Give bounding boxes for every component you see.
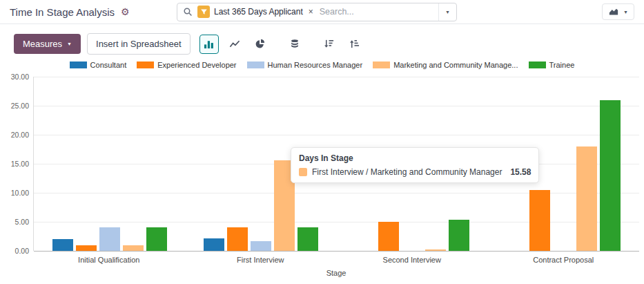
legend-swatch [247, 61, 264, 68]
legend-label: Human Resources Manager [268, 61, 363, 69]
bar-trainee[interactable] [600, 100, 621, 251]
y-axis-tick: 25.00 [11, 102, 29, 110]
sort-ascending-button[interactable] [345, 35, 364, 54]
line-chart-button[interactable] [225, 35, 244, 54]
y-axis-tick: 30.00 [11, 73, 29, 81]
breadcrumb: Time In Stage Analysis ⚙ [10, 6, 177, 18]
x-axis-title: Stage [33, 269, 639, 277]
legend-item-trainee[interactable]: Trainee [529, 61, 575, 69]
pie-chart-icon [255, 39, 265, 49]
caret-down-icon: ▼ [67, 41, 72, 46]
bar-trainee[interactable] [146, 227, 167, 251]
gridline [34, 251, 639, 252]
bar-chart-button[interactable] [199, 35, 219, 54]
line-chart-icon [229, 39, 240, 49]
view-switcher-area: ▼ [457, 3, 634, 20]
caret-down-icon: ▼ [623, 10, 628, 15]
bar-experienced-developer[interactable] [378, 222, 399, 251]
graph-view-switcher-button[interactable]: ▼ [602, 3, 634, 20]
bar-human-resources-manager[interactable] [99, 227, 120, 251]
legend-item-consultant[interactable]: Consultant [70, 61, 127, 69]
x-axis-label-contract-proposal: Contract Proposal [488, 256, 640, 264]
legend-label: Experienced Developer [157, 61, 236, 69]
bar-trainee[interactable] [449, 220, 469, 251]
legend-label: Trainee [549, 61, 575, 69]
search-bar[interactable]: Last 365 Days Applicant × ▼ [177, 3, 457, 21]
bar-experienced-developer[interactable] [76, 245, 97, 251]
gear-icon[interactable]: ⚙ [121, 7, 130, 17]
x-axis-label-first-interview: First Interview [185, 256, 337, 264]
graph-toolbar: Measures ▼ Insert in Spreadsheet [0, 24, 644, 58]
page-title: Time In Stage Analysis [10, 6, 115, 18]
bar-trainee[interactable] [297, 227, 318, 251]
tooltip-title: Days In Stage [299, 153, 531, 163]
insert-in-spreadsheet-button[interactable]: Insert in Spreadsheet [87, 33, 191, 55]
filter-funnel-icon [197, 6, 210, 18]
measures-button[interactable]: Measures ▼ [14, 34, 81, 54]
legend-label: Marketing and Community Manage... [393, 61, 518, 69]
bar-group-initial-qualification [34, 77, 185, 251]
facet-label: Last 365 Days Applicant [214, 7, 303, 17]
y-axis-tick: 20.00 [11, 131, 29, 139]
tooltip-row: First Interview / Marketing and Communit… [299, 167, 531, 177]
x-axis-label-initial-qualification: Initial Qualification [33, 256, 185, 264]
bar-chart-icon [204, 39, 214, 49]
bar-experienced-developer[interactable] [529, 190, 550, 251]
top-header: Time In Stage Analysis ⚙ Last 365 Days A… [0, 0, 644, 24]
search-icon [183, 7, 193, 17]
sort-desc-icon [324, 39, 334, 49]
bar-marketing-and-community-manager[interactable] [576, 146, 597, 251]
bar-consultant[interactable] [52, 239, 73, 251]
legend-item-experienced-developer[interactable]: Experienced Developer [137, 61, 236, 69]
chart-legend: ConsultantExperienced DeveloperHuman Res… [0, 61, 644, 69]
area-chart-icon [608, 7, 619, 17]
stacked-icon [290, 39, 300, 49]
dropdown-caret-icon[interactable]: ▼ [438, 3, 456, 21]
y-axis-tick: 10.00 [11, 189, 29, 197]
tooltip-label: First Interview / Marketing and Communit… [312, 167, 502, 177]
legend-item-marketing-and-community-manager[interactable]: Marketing and Community Manage... [373, 61, 518, 69]
legend-swatch [529, 61, 546, 68]
legend-swatch [373, 61, 390, 68]
y-axis-tick: 15.00 [11, 160, 29, 168]
tooltip-swatch [299, 168, 307, 176]
bar-consultant[interactable] [204, 238, 224, 251]
remove-facet-icon[interactable]: × [307, 8, 315, 16]
y-axis-tick: 0.00 [15, 247, 29, 255]
bar-marketing-and-community-manager[interactable] [123, 245, 144, 251]
tooltip-value: 15.58 [510, 167, 531, 177]
legend-label: Consultant [90, 61, 127, 69]
legend-swatch [70, 61, 87, 68]
search-input[interactable] [320, 7, 433, 17]
sort-descending-button[interactable] [320, 35, 339, 54]
sort-asc-icon [349, 39, 360, 49]
y-axis-tick: 5.00 [15, 218, 29, 226]
x-axis-label-second-interview: Second Interview [336, 256, 488, 264]
legend-item-human-resources-manager[interactable]: Human Resources Manager [247, 61, 363, 69]
bar-experienced-developer[interactable] [227, 227, 248, 251]
stacked-toggle-button[interactable] [285, 35, 304, 54]
bar-human-resources-manager[interactable] [251, 241, 271, 251]
x-axis-labels: Initial QualificationFirst InterviewSeco… [33, 256, 639, 264]
pie-chart-button[interactable] [251, 35, 270, 54]
search-facet: Last 365 Days Applicant × [197, 6, 315, 18]
legend-swatch [137, 61, 154, 68]
bar-marketing-and-community-manager[interactable] [425, 249, 446, 251]
chart-tooltip: Days In Stage First Interview / Marketin… [291, 147, 539, 183]
